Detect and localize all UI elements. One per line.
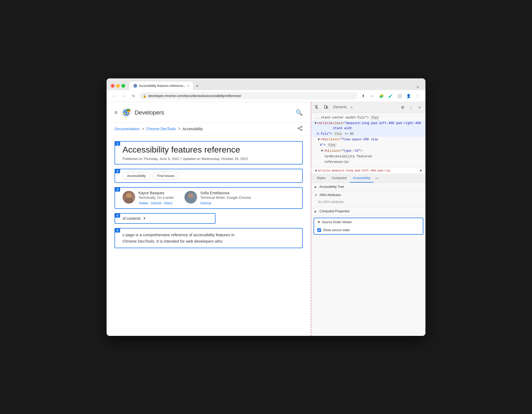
dt-breadcrumb-left-arrow[interactable]: ◄ [315,168,317,173]
site-title: Developers [135,109,164,116]
box-3-content: Kayce Basques Technically, I'm a writer … [115,188,302,208]
source-badge-5: 5 [115,228,120,233]
tab-close-icon[interactable]: × [187,84,189,88]
tree-tag-h1: <h1 [324,149,330,154]
show-source-order-label: Show source order [323,228,350,232]
window-icon[interactable]: ⬜ [396,92,403,100]
author-1-github[interactable]: GitHub [151,201,161,205]
panel-tab-computed[interactable]: Computed [329,174,350,183]
svg-point-8 [301,129,302,130]
chrome-logo-icon [121,107,132,118]
box-1-content: Accessibility features reference Publish… [115,142,302,164]
share-icon[interactable]: ⬆ [360,92,367,100]
tree-line-8[interactable]: reference</p> [311,159,425,165]
find-issues-tab-button[interactable]: Find issues [153,172,179,180]
breadcrumb-sep1: > [142,126,144,131]
tree-badge-flex-2: flex [334,132,343,137]
box-5-content: s page is a comprehensive reference of a… [115,229,302,248]
tree-line-3[interactable]: h-full"> flex == $0 [311,131,425,137]
computed-properties-label: Computed Properties [319,209,349,213]
source-box-2: 2 Accessibility Find issues [115,169,303,183]
a11y-content: ▶ Accessibility Tree ▼ ARIA Attributes N… [311,183,425,336]
breadcrumb-documentation-link[interactable]: Documentation [115,127,140,131]
devtools-tab-elements[interactable]: Elements [331,104,349,111]
devtools-settings-icon[interactable]: ⚙ [399,104,406,111]
breadcrumb-current: Accessibility [183,127,203,131]
search-icon[interactable]: 🔍 [295,109,303,116]
tree-line-4[interactable]: ▼ <div class="flow-space-200 stac [311,137,425,142]
profile-icon[interactable]: 🧪 [387,92,394,100]
device-mode-icon[interactable] [322,104,330,111]
tree-div-attr: class="flow-space-200 stac [329,137,378,142]
sov-checkbox-row: Show source order [317,228,420,232]
devtools-panel: Elements » ⚙ ⋮ × ... ntent-center width-… [311,102,425,336]
author-1-name: Kayce Basques [138,191,174,195]
minimize-button[interactable] [116,84,120,88]
author-2-avatar [184,191,197,204]
author-1-twitter[interactable]: Twitter [138,201,149,205]
accessibility-tab-button[interactable]: Accessibility [123,172,150,180]
dt-breadcrumb-right-arrow[interactable]: ► [420,168,422,173]
bookmark-icon[interactable]: ☆ [369,92,376,100]
tree-tag-div: <div [320,137,328,142]
tree-p-close: reference</p> [324,160,349,165]
tree-p-tag: <p>Accessibility features [324,154,372,159]
toc-toggle[interactable]: of contents ▼ [123,216,211,221]
reload-button[interactable]: ↻ [130,92,137,100]
devtools-menu-icon[interactable]: ⋮ [407,104,415,111]
url-text: developer.chrome.com/docs/devtools/acces… [148,94,354,98]
account-icon[interactable]: 👤 [405,92,412,100]
tree-line-7[interactable]: <p>Accessibility features [311,154,425,159]
new-tab-button[interactable]: + [193,83,201,90]
traffic-lights [111,84,125,88]
extensions-icon[interactable]: 🧩 [378,92,385,100]
tab-dropdown-button[interactable]: ∨ [414,84,421,90]
svg-point-6 [298,128,299,129]
source-badge-4: 4 [115,213,120,218]
html-tree: ... ntent-center width-full"> flex ▼ <ar… [311,113,425,168]
url-bar[interactable]: 🔒 developer.chrome.com/docs/devtools/acc… [140,92,357,99]
breadcrumb-devtools-link[interactable]: Chrome DevTools [146,127,176,131]
tree-line-5[interactable]: k"> flex [311,142,425,148]
accessibility-tree-header[interactable]: ▶ Accessibility Tree [311,183,425,191]
svg-rect-19 [327,106,328,108]
author-2-name: Sofia Emelianova [200,191,251,195]
forward-button[interactable]: → [120,92,128,100]
svg-point-13 [188,193,193,198]
breadcrumb: Documentation > Chrome DevTools > Access… [107,122,311,136]
maximize-button[interactable] [121,84,125,88]
share-button[interactable] [297,126,303,132]
panel-tab-styles[interactable]: Styles [314,174,329,183]
author-2-links: GitHub [200,201,251,205]
menu-icon[interactable]: ⋮ [414,92,421,100]
box-4-content: of contents ▼ [115,214,215,223]
breadcrumb-sep2: > [178,126,180,131]
tree-tag-article: <article [317,121,332,126]
devtools-close-icon[interactable]: × [416,104,423,111]
author-2-github[interactable]: GitHub [200,201,211,205]
tab-buttons: Accessibility Find issues [123,172,298,180]
close-button[interactable] [111,84,115,88]
devtools-more-tabs[interactable]: » [349,104,354,110]
tree-line-6[interactable]: ▼ <h1 class="type--h2"> [311,148,425,154]
back-button[interactable]: ← [111,92,118,100]
tree-line-2[interactable]: ▼ <article class="measure-long pad-left-… [311,121,425,131]
aria-attributes-header[interactable]: ▼ ARIA Attributes [311,191,425,199]
main-area: ≡ Developers 🔍 Doc [107,102,425,336]
inspect-element-icon[interactable] [314,104,321,111]
tree-line-1[interactable]: ... ntent-center width-full"> flex [311,115,425,121]
source-order-viewer-header[interactable]: ▼ Source Order Viewer [314,218,423,226]
source-box-5: 5 s page is a comprehensive reference of… [115,228,303,248]
panel-tab-more[interactable]: >> [373,175,380,181]
computed-properties-section: ▶ Computed Properties [311,207,425,216]
logo-area: ≡ Developers [115,107,164,118]
panel-tab-accessibility[interactable]: Accessibility [350,174,373,183]
computed-properties-header[interactable]: ▶ Computed Properties [311,207,425,215]
author-1-glitch[interactable]: Glitch [164,201,172,205]
show-source-order-checkbox[interactable] [317,228,321,232]
active-tab[interactable]: Accessibility features reference... × [129,82,193,90]
svg-rect-15 [315,105,317,107]
aria-attributes-label: ARIA Attributes [319,193,341,197]
hamburger-icon[interactable]: ≡ [115,109,118,116]
toc-arrow-icon: ▼ [143,217,146,220]
